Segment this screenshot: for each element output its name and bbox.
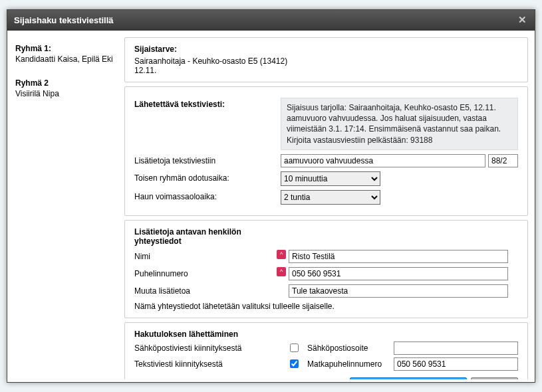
need-line2: 12.11. xyxy=(134,66,518,75)
required-icon: ^ xyxy=(277,267,286,276)
panel-sms: Lähetettävä tekstiviesti: Sijaisuus tarj… xyxy=(124,86,528,216)
group-title-2: Ryhmä 2 xyxy=(15,78,119,88)
sms-body: Sijaisuus tarjolla: Sairaanhoitaja, Keuh… xyxy=(281,98,518,150)
footer-buttons: Käynnistä tekstiviestihaku Peruuta xyxy=(134,377,518,379)
result-header: Hakutuloksen lähettäminen xyxy=(134,330,518,339)
extra-label: Lisätietoja tekstiviestiin xyxy=(134,154,281,165)
wait-label: Toisen ryhmän odotusaika: xyxy=(134,171,281,183)
contact-phone-input[interactable] xyxy=(289,267,508,280)
validity-label: Haun voimassaoloaika: xyxy=(134,190,281,201)
contact-header: Lisätietoja antavan henkilön yhteystiedo… xyxy=(134,227,274,246)
cancel-button[interactable]: Peruuta xyxy=(471,377,518,379)
contact-note: Nämä yhteystiedot lähetetään valituksi t… xyxy=(134,302,518,311)
main-content: Sijaistarve: Sairaanhoitaja - Keuhko-osa… xyxy=(124,33,532,379)
group-title-1: Ryhmä 1: xyxy=(15,44,119,53)
close-icon[interactable]: ✕ xyxy=(517,14,528,26)
contact-phone-label: Puhelinnumero xyxy=(134,267,277,278)
sms-label: Lähetettävä tekstiviesti: xyxy=(134,98,281,109)
required-icon: ^ xyxy=(277,250,286,259)
panel-need: Sijaistarve: Sairaanhoitaja - Keuhko-osa… xyxy=(124,37,528,82)
start-button[interactable]: Käynnistä tekstiviestihaku xyxy=(350,377,468,379)
need-line1: Sairaanhoitaja - Keuhko-osasto E5 (13412… xyxy=(134,56,518,66)
result-sms-label: Tekstiviesti kiinnityksestä xyxy=(134,359,281,369)
modal-header: Sijaishaku tekstiviestillä ✕ xyxy=(7,10,535,31)
modal-title: Sijaishaku tekstiviestillä xyxy=(14,15,114,25)
contact-name-label: Nimi xyxy=(134,250,277,261)
need-label: Sijaistarve: xyxy=(134,45,518,54)
result-sms-input[interactable] xyxy=(394,357,518,371)
modal-body: Ryhmä 1: Kandidaatti Kaisa, Epilä Eki Ry… xyxy=(7,31,535,382)
panel-contact: Lisätietoja antavan henkilön yhteystiedo… xyxy=(124,220,528,318)
sidebar-groups: Ryhmä 1: Kandidaatti Kaisa, Epilä Eki Ry… xyxy=(10,33,124,379)
contact-other-input[interactable] xyxy=(289,284,508,298)
validity-select[interactable]: 2 tuntia xyxy=(281,190,380,205)
extra-input[interactable] xyxy=(281,154,485,167)
group-members-1: Kandidaatti Kaisa, Epilä Eki xyxy=(15,54,119,64)
wait-select[interactable]: 10 minuuttia xyxy=(281,171,380,186)
result-email-checkbox[interactable] xyxy=(290,343,299,352)
panel-result: Hakutuloksen lähettäminen Sähköpostivies… xyxy=(124,322,528,379)
contact-other-label: Muuta lisätietoa xyxy=(134,284,277,296)
sms-counter: 88/2 xyxy=(488,154,518,167)
result-sms-addr-label: Matkapuhelinnumero xyxy=(307,359,394,369)
result-email-addr-label: Sähköpostiosoite xyxy=(307,343,394,353)
result-sms-checkbox[interactable] xyxy=(290,359,299,368)
result-email-label: Sähköpostiviesti kiinnityksestä xyxy=(134,343,281,353)
group-members-2: Visiirilä Nipa xyxy=(15,89,119,98)
modal-dialog: Sijaishaku tekstiviestillä ✕ Ryhmä 1: Ka… xyxy=(7,9,535,383)
result-email-input[interactable] xyxy=(394,342,518,355)
contact-name-input[interactable] xyxy=(289,250,508,263)
